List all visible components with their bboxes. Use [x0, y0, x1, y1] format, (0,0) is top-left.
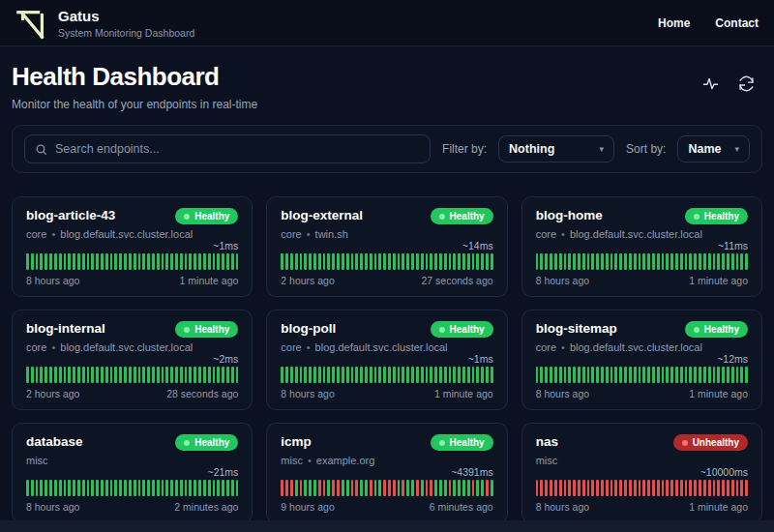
filter-dropdown[interactable]: Nothing ▾	[498, 135, 614, 163]
uptime-bar-success	[374, 253, 377, 270]
search-box[interactable]	[24, 134, 431, 163]
uptime-bar-success	[295, 480, 298, 496]
uptime-bar-success	[77, 253, 80, 270]
uptime-bar-success	[434, 367, 437, 383]
endpoint-card[interactable]: nas Unhealthy misc• ~10000ms 8 hours ago…	[521, 423, 762, 523]
endpoint-card[interactable]: blog-poll Healthy core•blog.default.svc.…	[266, 310, 507, 410]
uptime-bar-success	[360, 480, 363, 496]
refresh-icon[interactable]	[738, 75, 755, 92]
uptime-bar-failure	[662, 480, 665, 496]
uptime-bar-success	[59, 480, 62, 496]
brand: Gatus System Monitoring Dashboard	[15, 7, 194, 40]
uptime-bar-success	[134, 480, 136, 496]
uptime-bar-success	[222, 367, 224, 383]
uptime-bar-success	[36, 253, 39, 270]
uptime-bar-success	[165, 480, 168, 496]
uptime-bars[interactable]	[26, 253, 238, 270]
uptime-bar-success	[295, 367, 298, 383]
uptime-bars[interactable]	[281, 480, 492, 496]
uptime-bars[interactable]	[26, 367, 238, 383]
uptime-bar-success	[639, 253, 641, 270]
nav-home-link[interactable]: Home	[658, 16, 690, 30]
oldest-time-label: 2 hours ago	[281, 275, 334, 286]
status-dot-icon	[439, 214, 445, 220]
uptime-bar-success	[313, 480, 316, 496]
endpoint-card[interactable]: blog-sitemap Healthy core•blog.default.s…	[521, 310, 762, 410]
uptime-bar-success	[355, 253, 358, 270]
uptime-bar-success	[114, 480, 117, 496]
uptime-bars[interactable]	[536, 480, 748, 496]
nav-contact-link[interactable]: Contact	[715, 16, 759, 30]
endpoint-card[interactable]: blog-external Healthy core•twin.sh ~14ms…	[266, 196, 507, 297]
uptime-bar-success	[189, 480, 192, 496]
uptime-bar-success	[393, 367, 396, 383]
uptime-bar-success	[49, 253, 52, 270]
uptime-bar-failure	[647, 480, 650, 496]
uptime-bar-success	[578, 367, 580, 383]
uptime-bar-failure	[699, 480, 701, 496]
uptime-bar-success	[165, 367, 168, 383]
newest-time-label: 27 seconds ago	[422, 275, 493, 286]
uptime-bar-success	[453, 253, 456, 270]
endpoint-card[interactable]: database Healthy misc• ~21ms 8 hours ago…	[12, 423, 253, 523]
latency-label: ~10000ms	[536, 466, 748, 478]
status-badge: Healthy	[685, 321, 748, 338]
uptime-bar-failure	[652, 480, 655, 496]
endpoint-card[interactable]: blog-home Healthy core•blog.default.svc.…	[521, 196, 762, 297]
uptime-bar-success	[662, 367, 665, 383]
uptime-bar-success	[680, 253, 683, 270]
uptime-bar-success	[573, 367, 576, 383]
uptime-bar-success	[337, 253, 340, 270]
endpoint-card[interactable]: blog-internal Healthy core•blog.default.…	[12, 310, 253, 410]
filter-dropdown-value: Nothing	[509, 142, 554, 156]
uptime-bar-success	[699, 367, 701, 383]
endpoint-meta: core•twin.sh	[281, 228, 492, 240]
uptime-bar-failure	[634, 480, 637, 496]
uptime-bar-success	[689, 253, 692, 270]
uptime-bar-success	[165, 253, 168, 270]
uptime-bar-success	[619, 367, 622, 383]
uptime-bars[interactable]	[536, 367, 748, 383]
activity-icon[interactable]	[702, 75, 719, 92]
uptime-bar-failure	[559, 480, 562, 496]
uptime-bar-success	[304, 367, 307, 383]
newest-time-label: 2 minutes ago	[174, 501, 238, 513]
newest-time-label: 1 minute ago	[689, 501, 748, 513]
search-input[interactable]	[55, 142, 420, 156]
uptime-bar-success	[31, 367, 34, 383]
uptime-bar-success	[213, 480, 216, 496]
uptime-bar-success	[365, 480, 368, 496]
endpoint-meta: misc•	[26, 455, 238, 466]
uptime-bars[interactable]	[281, 253, 492, 270]
uptime-bar-success	[564, 253, 567, 270]
uptime-bars[interactable]	[281, 367, 492, 383]
uptime-bars[interactable]	[26, 480, 238, 496]
uptime-bar-success	[601, 367, 604, 383]
uptime-bar-failure	[486, 480, 489, 496]
uptime-bar-success	[398, 367, 401, 383]
endpoint-card[interactable]: blog-article-43 Healthy core•blog.defaul…	[12, 196, 253, 297]
uptime-bar-success	[26, 480, 29, 496]
uptime-bar-success	[138, 253, 141, 270]
uptime-bar-success	[481, 480, 484, 496]
endpoint-name: blog-external	[281, 208, 363, 222]
uptime-bar-success	[236, 367, 239, 383]
uptime-bar-success	[342, 367, 344, 383]
uptime-bar-success	[421, 367, 424, 383]
uptime-bar-success	[54, 367, 57, 383]
uptime-bar-success	[309, 367, 312, 383]
uptime-bar-success	[596, 367, 599, 383]
uptime-bars[interactable]	[536, 253, 748, 270]
uptime-bar-success	[610, 253, 613, 270]
uptime-bar-success	[222, 253, 224, 270]
sort-dropdown[interactable]: Name ▾	[677, 135, 750, 163]
uptime-bar-success	[40, 480, 43, 496]
uptime-bar-success	[162, 253, 164, 270]
uptime-bar-success	[559, 367, 562, 383]
uptime-bar-failure	[680, 480, 683, 496]
uptime-bar-success	[96, 253, 99, 270]
uptime-bar-success	[180, 367, 183, 383]
uptime-bar-failure	[727, 480, 729, 496]
endpoint-card[interactable]: icmp Healthy misc•example.org ~4391ms 9 …	[266, 423, 507, 523]
uptime-bar-success	[383, 253, 386, 270]
